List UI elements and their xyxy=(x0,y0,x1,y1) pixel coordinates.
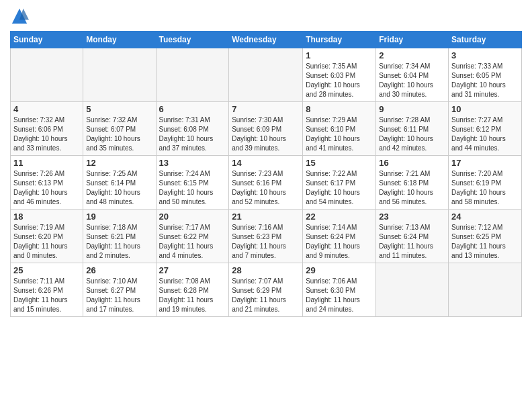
day-info: Sunrise: 7:23 AM Sunset: 6:16 PM Dayligh… xyxy=(232,169,300,207)
calendar-header-row: SundayMondayTuesdayWednesdayThursdayFrid… xyxy=(11,32,522,48)
calendar-cell: 9Sunrise: 7:28 AM Sunset: 6:11 PM Daylig… xyxy=(376,102,449,156)
day-info: Sunrise: 7:10 AM Sunset: 6:27 PM Dayligh… xyxy=(86,277,152,314)
calendar-cell xyxy=(449,263,522,317)
calendar-cell: 7Sunrise: 7:30 AM Sunset: 6:09 PM Daylig… xyxy=(229,102,303,156)
day-number: 13 xyxy=(159,158,226,168)
calendar-cell: 3Sunrise: 7:33 AM Sunset: 6:05 PM Daylig… xyxy=(449,48,522,102)
day-info: Sunrise: 7:32 AM Sunset: 6:06 PM Dayligh… xyxy=(13,116,80,153)
day-number: 2 xyxy=(379,50,445,60)
calendar-cell: 6Sunrise: 7:31 AM Sunset: 6:08 PM Daylig… xyxy=(156,102,229,156)
day-number: 20 xyxy=(159,212,226,222)
day-number: 1 xyxy=(306,50,373,60)
calendar-cell: 24Sunrise: 7:12 AM Sunset: 6:25 PM Dayli… xyxy=(449,210,522,263)
day-number: 21 xyxy=(232,212,300,222)
day-number: 28 xyxy=(232,265,300,275)
calendar-cell: 8Sunrise: 7:29 AM Sunset: 6:10 PM Daylig… xyxy=(303,102,376,156)
calendar-cell: 27Sunrise: 7:08 AM Sunset: 6:28 PM Dayli… xyxy=(156,263,229,317)
page-container: SundayMondayTuesdayWednesdayThursdayFrid… xyxy=(0,0,532,324)
header xyxy=(10,7,522,26)
day-info: Sunrise: 7:19 AM Sunset: 6:20 PM Dayligh… xyxy=(13,223,80,261)
day-header-tuesday: Tuesday xyxy=(156,32,229,48)
day-number: 17 xyxy=(451,158,519,168)
calendar-cell: 28Sunrise: 7:07 AM Sunset: 6:29 PM Dayli… xyxy=(229,263,303,317)
day-number: 19 xyxy=(86,212,152,222)
day-number: 11 xyxy=(13,158,80,168)
calendar-cell xyxy=(83,48,156,102)
day-number: 29 xyxy=(306,265,373,275)
calendar-cell: 11Sunrise: 7:26 AM Sunset: 6:13 PM Dayli… xyxy=(11,156,83,210)
calendar-week-1: 1Sunrise: 7:35 AM Sunset: 6:03 PM Daylig… xyxy=(11,48,522,102)
calendar-cell: 18Sunrise: 7:19 AM Sunset: 6:20 PM Dayli… xyxy=(11,210,83,263)
day-info: Sunrise: 7:08 AM Sunset: 6:28 PM Dayligh… xyxy=(159,277,226,314)
calendar-cell: 29Sunrise: 7:06 AM Sunset: 6:30 PM Dayli… xyxy=(303,263,376,317)
day-info: Sunrise: 7:26 AM Sunset: 6:13 PM Dayligh… xyxy=(13,169,80,207)
day-number: 12 xyxy=(86,158,152,168)
calendar-week-5: 25Sunrise: 7:11 AM Sunset: 6:26 PM Dayli… xyxy=(11,263,522,317)
calendar-cell: 12Sunrise: 7:25 AM Sunset: 6:14 PM Dayli… xyxy=(83,156,156,210)
day-info: Sunrise: 7:34 AM Sunset: 6:04 PM Dayligh… xyxy=(379,62,445,99)
day-info: Sunrise: 7:22 AM Sunset: 6:17 PM Dayligh… xyxy=(306,169,373,207)
day-info: Sunrise: 7:14 AM Sunset: 6:24 PM Dayligh… xyxy=(306,223,373,261)
day-info: Sunrise: 7:25 AM Sunset: 6:14 PM Dayligh… xyxy=(86,169,152,207)
logo xyxy=(10,7,32,26)
day-info: Sunrise: 7:28 AM Sunset: 6:11 PM Dayligh… xyxy=(379,116,445,153)
day-info: Sunrise: 7:24 AM Sunset: 6:15 PM Dayligh… xyxy=(159,169,226,207)
day-number: 27 xyxy=(159,265,226,275)
calendar-week-4: 18Sunrise: 7:19 AM Sunset: 6:20 PM Dayli… xyxy=(11,210,522,263)
day-info: Sunrise: 7:13 AM Sunset: 6:24 PM Dayligh… xyxy=(379,223,445,261)
day-info: Sunrise: 7:12 AM Sunset: 6:25 PM Dayligh… xyxy=(451,223,519,261)
day-number: 7 xyxy=(232,104,300,114)
day-info: Sunrise: 7:27 AM Sunset: 6:12 PM Dayligh… xyxy=(451,116,519,153)
calendar-cell: 26Sunrise: 7:10 AM Sunset: 6:27 PM Dayli… xyxy=(83,263,156,317)
calendar-cell: 20Sunrise: 7:17 AM Sunset: 6:22 PM Dayli… xyxy=(156,210,229,263)
logo-icon xyxy=(10,7,29,26)
day-info: Sunrise: 7:30 AM Sunset: 6:09 PM Dayligh… xyxy=(232,116,300,153)
calendar-cell: 21Sunrise: 7:16 AM Sunset: 6:23 PM Dayli… xyxy=(229,210,303,263)
day-number: 15 xyxy=(306,158,373,168)
day-number: 5 xyxy=(86,104,152,114)
day-number: 16 xyxy=(379,158,445,168)
day-info: Sunrise: 7:06 AM Sunset: 6:30 PM Dayligh… xyxy=(306,277,373,314)
day-header-friday: Friday xyxy=(376,32,449,48)
day-number: 22 xyxy=(306,212,373,222)
day-info: Sunrise: 7:18 AM Sunset: 6:21 PM Dayligh… xyxy=(86,223,152,261)
day-number: 24 xyxy=(451,212,519,222)
day-number: 10 xyxy=(451,104,519,114)
day-info: Sunrise: 7:31 AM Sunset: 6:08 PM Dayligh… xyxy=(159,116,226,153)
day-info: Sunrise: 7:35 AM Sunset: 6:03 PM Dayligh… xyxy=(306,62,373,99)
calendar-cell: 13Sunrise: 7:24 AM Sunset: 6:15 PM Dayli… xyxy=(156,156,229,210)
calendar-cell: 1Sunrise: 7:35 AM Sunset: 6:03 PM Daylig… xyxy=(303,48,376,102)
calendar-week-3: 11Sunrise: 7:26 AM Sunset: 6:13 PM Dayli… xyxy=(11,156,522,210)
day-number: 8 xyxy=(306,104,373,114)
day-number: 14 xyxy=(232,158,300,168)
day-header-thursday: Thursday xyxy=(303,32,376,48)
calendar-cell xyxy=(229,48,303,102)
calendar-cell: 5Sunrise: 7:32 AM Sunset: 6:07 PM Daylig… xyxy=(83,102,156,156)
day-info: Sunrise: 7:16 AM Sunset: 6:23 PM Dayligh… xyxy=(232,223,300,261)
day-header-sunday: Sunday xyxy=(11,32,83,48)
calendar-cell: 2Sunrise: 7:34 AM Sunset: 6:04 PM Daylig… xyxy=(376,48,449,102)
calendar-table: SundayMondayTuesdayWednesdayThursdayFrid… xyxy=(10,31,522,317)
calendar-cell: 17Sunrise: 7:20 AM Sunset: 6:19 PM Dayli… xyxy=(449,156,522,210)
day-info: Sunrise: 7:33 AM Sunset: 6:05 PM Dayligh… xyxy=(451,62,519,99)
calendar-cell: 14Sunrise: 7:23 AM Sunset: 6:16 PM Dayli… xyxy=(229,156,303,210)
day-info: Sunrise: 7:07 AM Sunset: 6:29 PM Dayligh… xyxy=(232,277,300,314)
day-number: 23 xyxy=(379,212,445,222)
day-number: 25 xyxy=(13,265,80,275)
calendar-cell xyxy=(156,48,229,102)
calendar-cell: 23Sunrise: 7:13 AM Sunset: 6:24 PM Dayli… xyxy=(376,210,449,263)
calendar-cell xyxy=(376,263,449,317)
day-number: 18 xyxy=(13,212,80,222)
calendar-cell: 19Sunrise: 7:18 AM Sunset: 6:21 PM Dayli… xyxy=(83,210,156,263)
day-info: Sunrise: 7:17 AM Sunset: 6:22 PM Dayligh… xyxy=(159,223,226,261)
day-header-monday: Monday xyxy=(83,32,156,48)
day-number: 26 xyxy=(86,265,152,275)
calendar-week-2: 4Sunrise: 7:32 AM Sunset: 6:06 PM Daylig… xyxy=(11,102,522,156)
day-info: Sunrise: 7:32 AM Sunset: 6:07 PM Dayligh… xyxy=(86,116,152,153)
day-header-saturday: Saturday xyxy=(449,32,522,48)
day-info: Sunrise: 7:11 AM Sunset: 6:26 PM Dayligh… xyxy=(13,277,80,314)
day-header-wednesday: Wednesday xyxy=(229,32,303,48)
day-number: 9 xyxy=(379,104,445,114)
day-number: 6 xyxy=(159,104,226,114)
calendar-cell: 16Sunrise: 7:21 AM Sunset: 6:18 PM Dayli… xyxy=(376,156,449,210)
